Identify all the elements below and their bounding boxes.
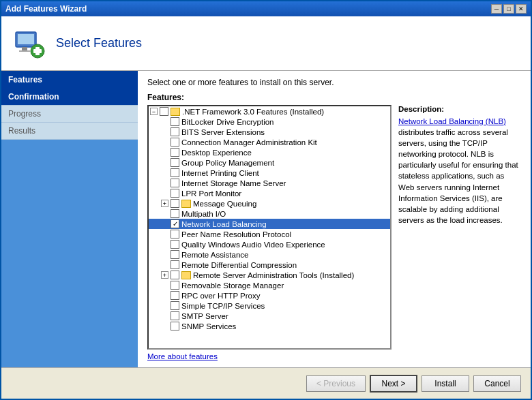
checkbox-peer-name-resolution[interactable] xyxy=(171,230,179,239)
description-body: distributes traffic across several serve… xyxy=(398,128,518,224)
feature-label-quality-windows: Quality Windows Audio Video Experience xyxy=(181,241,325,249)
feature-item-quality-windows[interactable]: Quality Windows Audio Video Experience xyxy=(149,239,390,249)
checkbox-desktop-experience[interactable] xyxy=(171,148,179,157)
description-label: Description: xyxy=(398,105,521,113)
checkbox-remote-assistance[interactable] xyxy=(171,250,179,259)
checkbox-smtp-server[interactable] xyxy=(171,311,179,320)
feature-item-message-queuing[interactable]: +Message Queuing xyxy=(149,198,390,209)
feature-item-remote-differential[interactable]: Remote Differential Compression xyxy=(149,260,390,270)
feature-label-connection-manager: Connection Manager Administration Kit xyxy=(181,138,317,147)
content-area: Select one or more features to install o… xyxy=(138,71,531,367)
checkbox-multipath-io[interactable] xyxy=(171,209,179,218)
install-button[interactable]: Install xyxy=(422,375,469,392)
feature-item-network-load-balancing[interactable]: Network Load Balancing xyxy=(149,219,390,229)
checkbox-remote-server-admin[interactable] xyxy=(171,271,179,279)
folder-icon-remote-server-admin xyxy=(181,271,191,279)
checkbox-net-framework[interactable] xyxy=(160,107,168,116)
checkbox-internet-printing[interactable] xyxy=(171,168,179,177)
sidebar-item-results: Results xyxy=(1,123,138,140)
feature-label-remote-differential: Remote Differential Compression xyxy=(181,261,297,269)
window: Add Features Wizard ─ □ ✕ Select Feature… xyxy=(0,0,532,400)
checkbox-bitlocker[interactable] xyxy=(171,117,179,126)
features-label: Features: xyxy=(147,93,521,102)
expand-btn-message-queuing[interactable]: + xyxy=(161,200,168,207)
feature-label-snmp-services: SNMP Services xyxy=(181,322,236,330)
more-features-link[interactable]: More about features xyxy=(147,352,521,360)
checkbox-remote-differential[interactable] xyxy=(171,260,179,269)
feature-label-remote-assistance: Remote Assistance xyxy=(181,251,248,259)
checkbox-connection-manager[interactable] xyxy=(171,138,179,147)
folder-icon-message-queuing xyxy=(181,200,191,208)
feature-label-removable-storage: Removable Storage Manager xyxy=(181,281,284,290)
minimize-button[interactable]: ─ xyxy=(491,4,502,14)
feature-item-internet-storage[interactable]: Internet Storage Name Server xyxy=(149,178,390,188)
next-button[interactable]: Next > xyxy=(370,375,417,393)
description-text: Network Load Balancing (NLB) distributes… xyxy=(398,116,521,226)
feature-label-rpc-http: RPC over HTTP Proxy xyxy=(181,292,260,300)
feature-item-internet-printing[interactable]: Internet Printing Client xyxy=(149,168,390,178)
feature-label-remote-server-admin: Remote Server Administration Tools (Inst… xyxy=(193,271,354,279)
checkbox-network-load-balancing[interactable] xyxy=(171,219,179,228)
feature-label-bits-server: BITS Server Extensions xyxy=(181,128,265,136)
checkbox-rpc-http[interactable] xyxy=(171,291,179,300)
expand-btn-remote-server-admin[interactable]: + xyxy=(161,271,168,279)
feature-item-rpc-http[interactable]: RPC over HTTP Proxy xyxy=(149,290,390,301)
feature-item-snmp-services[interactable]: SNMP Services xyxy=(149,321,390,331)
checkbox-snmp-services[interactable] xyxy=(171,322,179,330)
header-area: Select Features xyxy=(1,16,531,71)
feature-item-peer-name-resolution[interactable]: Peer Name Resolution Protocol xyxy=(149,229,390,239)
feature-label-multipath-io: Multipath I/O xyxy=(181,210,226,218)
svg-rect-3 xyxy=(19,50,30,52)
maximize-button[interactable]: □ xyxy=(503,4,514,14)
expand-btn-net-framework[interactable]: − xyxy=(150,108,158,115)
cancel-button[interactable]: Cancel xyxy=(473,375,521,392)
folder-icon-net-framework xyxy=(171,108,180,116)
main-content: Features Confirmation Progress Results S… xyxy=(1,71,531,367)
feature-label-desktop-experience: Desktop Experience xyxy=(181,149,252,157)
feature-item-smtp-server[interactable]: SMTP Server xyxy=(149,311,390,321)
window-title: Add Features Wizard xyxy=(5,4,87,14)
sidebar-item-progress: Progress xyxy=(1,106,138,123)
page-title: Select Features xyxy=(56,36,142,50)
wizard-icon xyxy=(12,27,46,61)
description-link[interactable]: Network Load Balancing (NLB) xyxy=(398,117,506,125)
sidebar: Features Confirmation Progress Results xyxy=(1,71,138,367)
feature-label-network-load-balancing: Network Load Balancing xyxy=(181,220,267,228)
checkbox-message-queuing[interactable] xyxy=(171,199,179,208)
description-panel: Description: Network Load Balancing (NLB… xyxy=(398,105,521,350)
features-list[interactable]: −.NET Framework 3.0 Features (Installed)… xyxy=(147,105,391,350)
feature-item-lpr-port[interactable]: LPR Port Monitor xyxy=(149,188,390,198)
svg-rect-1 xyxy=(18,34,34,44)
checkbox-quality-windows[interactable] xyxy=(171,240,179,249)
checkbox-simple-tcp[interactable] xyxy=(171,301,179,310)
feature-item-connection-manager[interactable]: Connection Manager Administration Kit xyxy=(149,137,390,147)
feature-item-bits-server[interactable]: BITS Server Extensions xyxy=(149,127,390,137)
feature-label-net-framework: .NET Framework 3.0 Features (Installed) xyxy=(182,108,324,116)
feature-label-peer-name-resolution: Peer Name Resolution Protocol xyxy=(181,230,291,239)
close-button[interactable]: ✕ xyxy=(516,4,527,14)
feature-item-group-policy[interactable]: Group Policy Management xyxy=(149,157,390,168)
feature-label-smtp-server: SMTP Server xyxy=(181,312,228,320)
feature-item-bitlocker[interactable]: BitLocker Drive Encryption xyxy=(149,117,390,127)
feature-item-remote-server-admin[interactable]: +Remote Server Administration Tools (Ins… xyxy=(149,270,390,280)
feature-label-group-policy: Group Policy Management xyxy=(181,159,274,167)
checkbox-internet-storage[interactable] xyxy=(171,179,179,187)
feature-label-internet-storage: Internet Storage Name Server xyxy=(181,179,286,187)
feature-item-net-framework[interactable]: −.NET Framework 3.0 Features (Installed) xyxy=(149,106,390,117)
feature-item-desktop-experience[interactable]: Desktop Experience xyxy=(149,147,390,157)
feature-label-lpr-port: LPR Port Monitor xyxy=(181,189,241,198)
sidebar-header: Features xyxy=(1,71,138,89)
features-pane-wrapper: −.NET Framework 3.0 Features (Installed)… xyxy=(147,105,521,350)
feature-item-remote-assistance[interactable]: Remote Assistance xyxy=(149,249,390,260)
checkbox-lpr-port[interactable] xyxy=(171,189,179,198)
svg-rect-2 xyxy=(22,47,27,50)
feature-item-multipath-io[interactable]: Multipath I/O xyxy=(149,209,390,219)
checkbox-removable-storage[interactable] xyxy=(171,281,179,290)
content-description: Select one or more features to install o… xyxy=(147,78,521,87)
feature-item-removable-storage[interactable]: Removable Storage Manager xyxy=(149,280,390,290)
feature-item-simple-tcp[interactable]: Simple TCP/IP Services xyxy=(149,301,390,311)
sidebar-item-confirmation[interactable]: Confirmation xyxy=(1,89,138,106)
previous-button[interactable]: < Previous xyxy=(306,375,366,392)
checkbox-bits-server[interactable] xyxy=(171,127,179,136)
checkbox-group-policy[interactable] xyxy=(171,158,179,167)
